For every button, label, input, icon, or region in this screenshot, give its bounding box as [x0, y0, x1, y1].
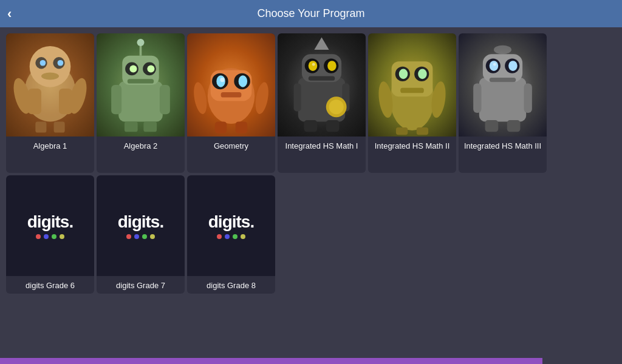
svg-rect-63	[417, 127, 428, 135]
svg-rect-36	[215, 121, 227, 133]
dot-2	[134, 234, 139, 239]
program-thumbnail-hs-math-3	[459, 33, 547, 136]
svg-rect-75	[507, 120, 521, 132]
svg-rect-71	[490, 78, 516, 82]
svg-rect-20	[111, 85, 121, 114]
svg-rect-59	[400, 88, 424, 93]
dot-2	[225, 234, 230, 239]
svg-rect-49	[304, 120, 318, 132]
robot-svg-hs1	[278, 33, 366, 136]
svg-rect-19	[128, 79, 154, 83]
svg-rect-22	[125, 121, 138, 132]
digits-logo-6: digits.	[27, 212, 73, 232]
svg-point-68	[490, 61, 499, 71]
dot-3	[233, 234, 238, 239]
program-label-hs-math-1: Integrated HS Math I	[283, 136, 361, 154]
program-thumbnail-digits-7: digits.	[97, 175, 185, 276]
program-card-digits-8[interactable]: digits. digits Grade 8	[187, 175, 275, 294]
svg-point-18	[147, 65, 154, 72]
svg-point-69	[508, 61, 518, 71]
svg-rect-37	[236, 121, 247, 133]
svg-point-57	[399, 69, 408, 79]
programs-row-1: Algebra 1	[6, 33, 616, 173]
svg-rect-73	[524, 84, 532, 113]
dot-1	[36, 234, 41, 239]
svg-point-42	[309, 61, 318, 71]
robot-svg-algebra2	[97, 33, 185, 136]
program-card-digits-6[interactable]: digits. digits Grade 6	[6, 175, 94, 294]
svg-rect-10	[54, 121, 65, 132]
svg-rect-9	[35, 121, 46, 132]
program-card-algebra1[interactable]: Algebra 1	[6, 33, 94, 173]
digits-row: digits. digits Grade 6 digits.	[6, 175, 616, 294]
program-label-digits-7: digits Grade 7	[114, 276, 168, 294]
svg-rect-13	[118, 81, 163, 121]
dot-1	[217, 234, 222, 239]
svg-rect-21	[160, 85, 170, 114]
dot-4	[150, 234, 155, 239]
svg-rect-62	[396, 127, 408, 135]
svg-point-31	[239, 75, 248, 87]
program-thumbnail-digits-6: digits.	[6, 175, 94, 276]
svg-point-34	[192, 81, 209, 115]
svg-point-44	[312, 63, 315, 66]
svg-rect-47	[294, 84, 301, 112]
dot-4	[241, 234, 245, 239]
dot-3	[52, 234, 56, 239]
svg-point-32	[220, 78, 224, 82]
program-card-algebra2[interactable]: Algebra 2	[97, 33, 185, 173]
program-card-hs-math-3[interactable]: Integrated HS Math III	[459, 33, 547, 173]
program-label-digits-6: digits Grade 6	[23, 276, 77, 294]
back-button[interactable]: ‹	[7, 7, 12, 21]
program-label-digits-8: digits Grade 8	[204, 276, 258, 294]
svg-rect-74	[485, 120, 499, 132]
program-thumbnail-hs-math-1	[278, 33, 366, 136]
svg-point-58	[418, 69, 427, 79]
program-label-algebra2: Algebra 2	[121, 136, 160, 154]
program-thumbnail-geometry	[187, 33, 275, 136]
robot-svg-hs3	[459, 33, 547, 136]
dot-1	[126, 234, 131, 239]
robot-svg-hs2	[368, 33, 456, 136]
svg-point-76	[494, 46, 511, 55]
program-thumbnail-digits-8: digits.	[187, 175, 275, 276]
program-label-algebra1: Algebra 1	[31, 136, 70, 154]
svg-point-1	[30, 46, 71, 87]
dot-2	[44, 234, 49, 239]
svg-point-4	[40, 60, 46, 66]
program-card-geometry[interactable]: Geometry	[187, 33, 275, 173]
program-label-hs-math-3: Integrated HS Math III	[462, 136, 544, 154]
program-thumbnail-algebra1	[6, 33, 94, 136]
svg-rect-50	[326, 120, 340, 132]
svg-marker-46	[314, 37, 329, 50]
svg-rect-45	[309, 76, 335, 81]
program-label-hs-math-2: Integrated HS Math II	[372, 136, 453, 154]
svg-point-17	[129, 65, 137, 72]
svg-point-43	[327, 61, 337, 71]
svg-point-25	[137, 39, 144, 46]
svg-rect-33	[221, 92, 242, 97]
digits-logo-8: digits.	[208, 212, 254, 232]
program-grid: Algebra 1	[0, 27, 622, 300]
svg-point-35	[253, 81, 270, 115]
robot-svg-algebra1	[6, 33, 94, 136]
robot-svg-geometry	[187, 33, 275, 136]
dot-4	[60, 234, 64, 239]
svg-point-5	[58, 60, 64, 66]
program-card-digits-7[interactable]: digits. digits Grade 7	[97, 175, 185, 294]
program-card-hs-math-2[interactable]: Integrated HS Math II	[368, 33, 456, 173]
program-thumbnail-algebra2	[97, 33, 185, 136]
svg-rect-64	[479, 78, 526, 122]
program-thumbnail-hs-math-2	[368, 33, 456, 136]
page-title: Choose Your Program	[257, 7, 364, 20]
svg-point-70	[493, 63, 496, 66]
digits-logo-7: digits.	[118, 212, 163, 232]
header: ‹ Choose Your Program	[0, 0, 622, 27]
program-label-geometry: Geometry	[211, 136, 251, 154]
svg-point-6	[41, 72, 59, 79]
svg-rect-72	[473, 84, 481, 113]
program-card-hs-math-1[interactable]: Integrated HS Math I	[278, 33, 366, 173]
dot-3	[142, 234, 147, 239]
svg-point-52	[329, 99, 344, 114]
svg-rect-23	[143, 121, 157, 132]
